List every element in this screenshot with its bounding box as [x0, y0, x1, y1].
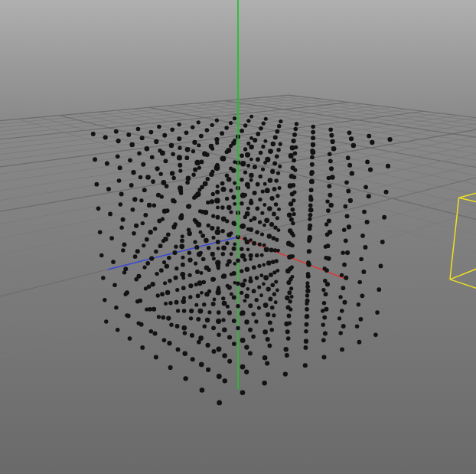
- 3d-viewport[interactable]: [0, 0, 476, 474]
- viewport-canvas[interactable]: [0, 0, 476, 474]
